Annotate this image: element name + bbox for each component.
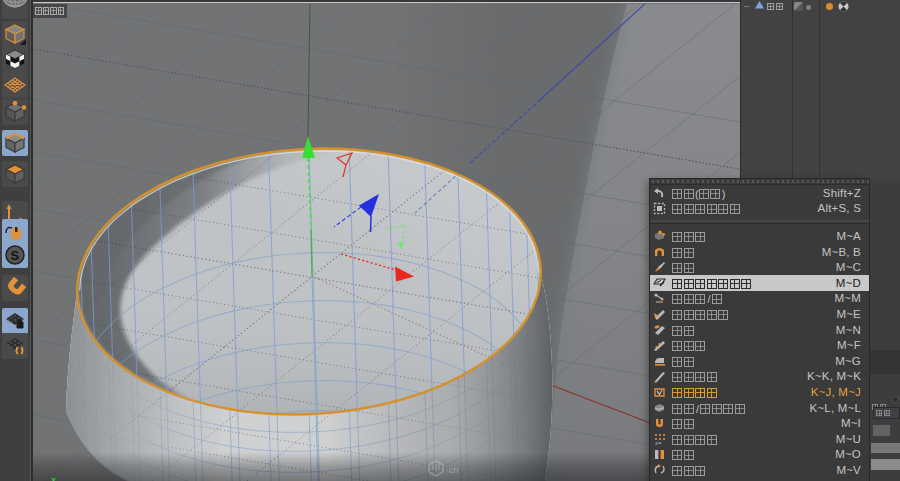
svg-text:S: S xyxy=(11,248,20,263)
svg-text:x=: x= xyxy=(655,440,662,445)
svg-text:·cn: ·cn xyxy=(446,465,459,475)
svg-text:x: x xyxy=(51,475,56,481)
